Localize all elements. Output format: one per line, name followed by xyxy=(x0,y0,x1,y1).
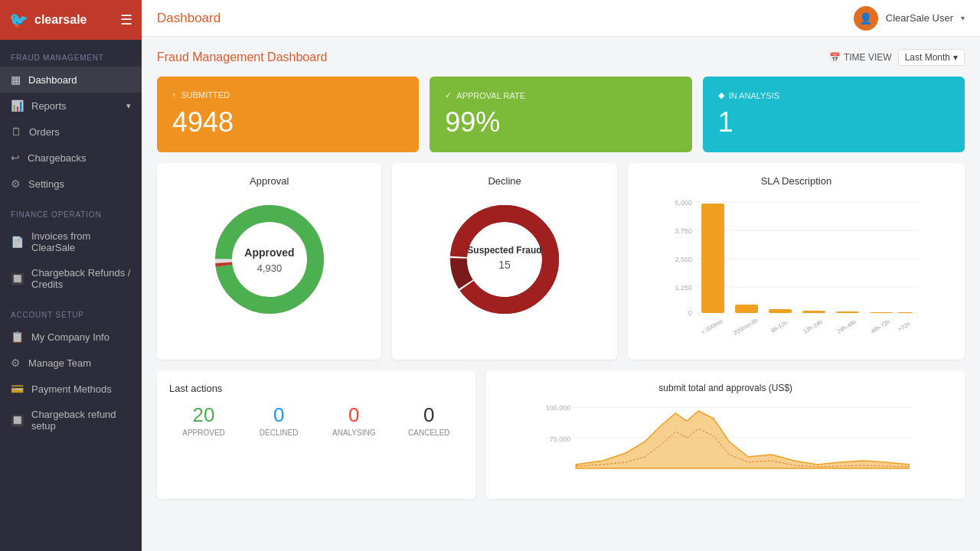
svg-rect-27 xyxy=(836,311,859,313)
kpi-row: ↑ SUBMITTED 4948 ✓ APPROVAL RATE 99% ◆ I… xyxy=(157,77,965,152)
svg-text:5,000: 5,000 xyxy=(675,199,692,207)
sidebar-item-label: Chargeback Refunds / Credits xyxy=(31,267,131,290)
svg-text:24h-48h: 24h-48h xyxy=(835,318,857,335)
svg-text:200min-6h: 200min-6h xyxy=(732,317,759,337)
team-icon: ⚙ xyxy=(11,357,21,369)
svg-text:12h-24h: 12h-24h xyxy=(802,318,823,335)
section-label-account: Account Setup xyxy=(0,297,142,324)
chevron-down-icon: ▾ xyxy=(126,101,131,111)
svg-rect-28 xyxy=(870,312,893,313)
svg-text:100,000: 100,000 xyxy=(546,404,571,412)
svg-rect-26 xyxy=(802,311,825,313)
kpi-approval-value: 99% xyxy=(445,106,676,139)
svg-rect-24 xyxy=(735,305,758,313)
metric-analysing: 0 ANALYSING xyxy=(319,403,388,437)
sla-chart-title: SLA Description xyxy=(640,175,952,187)
metric-analysing-value: 0 xyxy=(319,403,388,427)
area-chart-card: submit total and approvals (US$) 100,000… xyxy=(486,370,965,499)
last-month-button[interactable]: Last Month ▾ xyxy=(898,49,965,66)
sidebar-item-label: My Company Info xyxy=(31,331,109,343)
time-view-label: 📅 TIME VIEW xyxy=(829,52,892,63)
svg-text:15: 15 xyxy=(498,259,511,271)
svg-text:6h-12h: 6h-12h xyxy=(769,319,789,334)
bottom-row: Last actions 20 APPROVED 0 DECLINED 0 AN… xyxy=(157,370,965,499)
logo-text: clearsale xyxy=(34,13,87,27)
calendar-icon: 📅 xyxy=(829,52,841,63)
approval-chart-title: Approval xyxy=(169,175,369,187)
sidebar-item-label: Orders xyxy=(29,126,60,138)
sidebar-item-label: Settings xyxy=(28,178,64,190)
metric-approved-value: 20 xyxy=(169,403,238,427)
svg-text:< 200min: < 200min xyxy=(700,318,724,335)
hamburger-menu[interactable]: ☰ xyxy=(120,11,132,28)
sidebar-item-label: Payment Methods xyxy=(31,383,112,395)
decline-donut-svg: Suspected Fraud 15 xyxy=(443,198,566,321)
actions-metrics: 20 APPROVED 0 DECLINED 0 ANALYSING 0 CAN… xyxy=(169,403,463,437)
sidebar-item-settings[interactable]: ⚙ Settings xyxy=(0,171,142,197)
sidebar-item-invoices[interactable]: 📄 Invoices from ClearSale xyxy=(0,223,142,260)
sidebar-item-label: Chargebacks xyxy=(28,152,87,164)
last-month-label: Last Month xyxy=(905,52,950,63)
time-view-area: 📅 TIME VIEW Last Month ▾ xyxy=(829,49,965,66)
user-name: ClearSale User xyxy=(886,12,953,24)
svg-text:Approved: Approved xyxy=(244,246,294,259)
metric-canceled-value: 0 xyxy=(394,403,463,427)
svg-rect-29 xyxy=(897,312,913,313)
mid-row: Approval Approved 4,930 xyxy=(157,163,965,360)
svg-text:4,930: 4,930 xyxy=(256,262,282,274)
settings-icon: ⚙ xyxy=(11,178,21,190)
decline-chart-card: Decline Suspected Fraud 15 xyxy=(392,163,616,360)
svg-text:3,750: 3,750 xyxy=(675,227,692,235)
sidebar-item-reports[interactable]: 📊 Reports ▾ xyxy=(0,93,142,119)
sla-bar-svg: 5,000 3,750 2,500 1,250 0 xyxy=(640,194,952,340)
main-content: Dashboard 👤 ClearSale User ▾ Fraud Manag… xyxy=(142,0,980,551)
user-menu-chevron[interactable]: ▾ xyxy=(961,14,965,22)
last-actions-title: Last actions xyxy=(169,383,463,394)
metric-approved-label: APPROVED xyxy=(169,429,238,437)
sidebar-item-my-company[interactable]: 📋 My Company Info xyxy=(0,324,142,350)
logo-area: 🐦 clearsale xyxy=(9,11,87,29)
kpi-submitted-label: ↑ SUBMITTED xyxy=(172,90,403,99)
section-label-finance: Finance Operation xyxy=(0,197,142,223)
metric-canceled: 0 CANCELED xyxy=(394,403,463,437)
metric-declined: 0 DECLINED xyxy=(244,403,313,437)
sla-chart-card: SLA Description 5,000 3,750 2,500 1,250 xyxy=(628,163,965,360)
sidebar-item-payment-methods[interactable]: 💳 Payment Methods xyxy=(0,376,142,402)
svg-text:75,000: 75,000 xyxy=(550,435,571,443)
metric-declined-label: DECLINED xyxy=(244,429,313,437)
svg-rect-25 xyxy=(769,309,792,313)
sidebar: 🐦 clearsale ☰ Fraud Management ▦ Dashboa… xyxy=(0,0,142,551)
avatar: 👤 xyxy=(854,6,878,31)
payment-icon: 💳 xyxy=(11,383,24,395)
page-title: Dashboard xyxy=(157,11,220,26)
svg-text:1,250: 1,250 xyxy=(675,284,692,292)
approval-donut-svg: Approved 4,930 xyxy=(208,198,331,321)
sidebar-item-orders[interactable]: 🗒 Orders xyxy=(0,119,142,145)
approval-icon: ✓ xyxy=(445,90,452,100)
sidebar-item-dashboard[interactable]: ▦ Dashboard xyxy=(0,67,142,93)
kpi-approval-label: ✓ APPROVAL RATE xyxy=(445,90,676,100)
sidebar-item-label: Dashboard xyxy=(28,74,77,86)
sidebar-item-chargeback-setup[interactable]: 🔲 Chargeback refund setup xyxy=(0,402,142,439)
kpi-submitted: ↑ SUBMITTED 4948 xyxy=(157,77,419,152)
topbar-right: 👤 ClearSale User ▾ xyxy=(854,6,965,31)
area-chart-svg: 100,000 75,000 xyxy=(498,399,952,484)
approval-donut-wrapper: Approved 4,930 xyxy=(169,194,369,324)
svg-text:2,500: 2,500 xyxy=(675,256,692,263)
chargeback-setup-icon: 🔲 xyxy=(11,414,24,426)
sidebar-item-chargeback-refunds[interactable]: 🔲 Chargeback Refunds / Credits xyxy=(0,260,142,297)
metric-approved: 20 APPROVED xyxy=(169,403,238,437)
dashboard-icon: ▦ xyxy=(11,73,21,86)
metric-canceled-label: CANCELED xyxy=(394,429,463,437)
logo-icon: 🐦 xyxy=(9,11,28,29)
sidebar-header: 🐦 clearsale ☰ xyxy=(0,0,142,40)
kpi-analysis-value: 1 xyxy=(718,106,949,139)
sidebar-item-label: Manage Team xyxy=(28,357,91,369)
dashboard-title: Fraud Management Dashboard xyxy=(157,51,327,64)
invoices-icon: 📄 xyxy=(11,236,24,248)
svg-text:>72h: >72h xyxy=(897,321,911,333)
sidebar-item-manage-team[interactable]: ⚙ Manage Team xyxy=(0,350,142,376)
sla-chart-wrapper: 5,000 3,750 2,500 1,250 0 xyxy=(640,194,952,347)
sidebar-item-chargebacks[interactable]: ↩ Chargebacks xyxy=(0,145,142,171)
dashboard-header: Fraud Management Dashboard 📅 TIME VIEW L… xyxy=(157,49,965,66)
